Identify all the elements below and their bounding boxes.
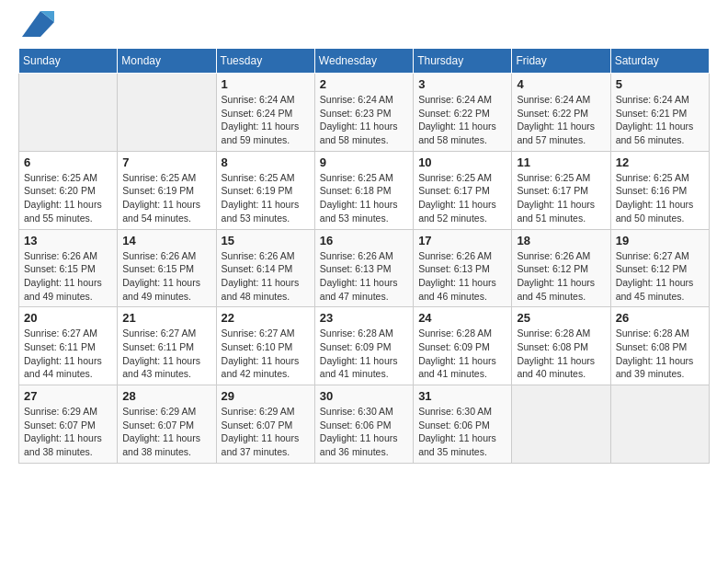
day-number: 15 [222, 234, 310, 247]
day-info: Sunrise: 6:25 AM Sunset: 6:20 PM Dayligh… [24, 171, 112, 225]
calendar-cell: 6Sunrise: 6:25 AM Sunset: 6:20 PM Daylig… [19, 151, 118, 229]
day-number: 31 [418, 389, 506, 403]
day-info: Sunrise: 6:24 AM Sunset: 6:22 PM Dayligh… [418, 93, 506, 147]
calendar-cell: 13Sunrise: 6:26 AM Sunset: 6:15 PM Dayli… [19, 229, 118, 307]
calendar-cell: 5Sunrise: 6:24 AM Sunset: 6:21 PM Daylig… [610, 74, 709, 152]
calendar-cell: 2Sunrise: 6:24 AM Sunset: 6:23 PM Daylig… [314, 74, 413, 152]
calendar-cell: 14Sunrise: 6:26 AM Sunset: 6:15 PM Dayli… [118, 229, 216, 307]
calendar-cell: 8Sunrise: 6:25 AM Sunset: 6:19 PM Daylig… [216, 151, 314, 229]
day-number: 11 [517, 155, 605, 169]
logo-icon [22, 11, 54, 37]
day-info: Sunrise: 6:24 AM Sunset: 6:22 PM Dayligh… [517, 93, 605, 147]
calendar-cell: 17Sunrise: 6:26 AM Sunset: 6:13 PM Dayli… [414, 229, 512, 307]
calendar-cell: 28Sunrise: 6:29 AM Sunset: 6:07 PM Dayli… [118, 385, 216, 464]
calendar-cell: 27Sunrise: 6:29 AM Sunset: 6:07 PM Dayli… [19, 385, 118, 464]
day-info: Sunrise: 6:26 AM Sunset: 6:12 PM Dayligh… [517, 249, 605, 304]
day-info: Sunrise: 6:27 AM Sunset: 6:12 PM Dayligh… [616, 249, 704, 304]
day-info: Sunrise: 6:24 AM Sunset: 6:24 PM Dayligh… [222, 93, 310, 147]
day-info: Sunrise: 6:27 AM Sunset: 6:10 PM Dayligh… [222, 327, 310, 381]
calendar-cell: 3Sunrise: 6:24 AM Sunset: 6:22 PM Daylig… [414, 74, 512, 152]
calendar-cell: 30Sunrise: 6:30 AM Sunset: 6:06 PM Dayli… [314, 385, 413, 464]
day-info: Sunrise: 6:29 AM Sunset: 6:07 PM Dayligh… [24, 405, 112, 459]
day-header-thursday: Thursday [414, 49, 512, 74]
day-number: 2 [320, 77, 408, 91]
day-number: 14 [122, 234, 210, 247]
calendar-cell: 15Sunrise: 6:26 AM Sunset: 6:14 PM Dayli… [216, 229, 314, 307]
calendar-cell: 19Sunrise: 6:27 AM Sunset: 6:12 PM Dayli… [610, 229, 709, 307]
calendar-cell: 10Sunrise: 6:25 AM Sunset: 6:17 PM Dayli… [414, 151, 512, 229]
calendar-cell [19, 74, 118, 152]
day-info: Sunrise: 6:25 AM Sunset: 6:18 PM Dayligh… [320, 171, 408, 225]
day-info: Sunrise: 6:25 AM Sunset: 6:17 PM Dayligh… [517, 171, 605, 225]
day-header-friday: Friday [512, 49, 610, 74]
day-number: 16 [320, 234, 408, 247]
day-info: Sunrise: 6:26 AM Sunset: 6:15 PM Dayligh… [122, 249, 210, 304]
day-info: Sunrise: 6:29 AM Sunset: 6:07 PM Dayligh… [222, 405, 310, 459]
day-number: 25 [517, 311, 605, 325]
day-header-sunday: Sunday [19, 49, 118, 74]
day-number: 4 [517, 77, 605, 91]
calendar-cell [512, 385, 610, 464]
day-number: 12 [616, 155, 704, 169]
logo [18, 18, 54, 39]
calendar-cell: 22Sunrise: 6:27 AM Sunset: 6:10 PM Dayli… [216, 307, 314, 385]
day-number: 9 [320, 155, 408, 169]
day-info: Sunrise: 6:27 AM Sunset: 6:11 PM Dayligh… [24, 327, 112, 381]
day-info: Sunrise: 6:25 AM Sunset: 6:17 PM Dayligh… [418, 171, 506, 225]
calendar-cell: 26Sunrise: 6:28 AM Sunset: 6:08 PM Dayli… [610, 307, 709, 385]
calendar-cell: 24Sunrise: 6:28 AM Sunset: 6:09 PM Dayli… [414, 307, 512, 385]
day-number: 1 [222, 77, 310, 91]
calendar-table: SundayMondayTuesdayWednesdayThursdayFrid… [18, 48, 710, 464]
calendar-cell: 16Sunrise: 6:26 AM Sunset: 6:13 PM Dayli… [314, 229, 413, 307]
day-number: 3 [418, 77, 506, 91]
day-info: Sunrise: 6:25 AM Sunset: 6:19 PM Dayligh… [122, 171, 210, 225]
day-number: 27 [24, 389, 112, 403]
day-header-monday: Monday [118, 49, 216, 74]
day-number: 18 [517, 234, 605, 247]
calendar-cell: 23Sunrise: 6:28 AM Sunset: 6:09 PM Dayli… [314, 307, 413, 385]
calendar-cell [118, 74, 216, 152]
day-number: 26 [616, 311, 704, 325]
day-info: Sunrise: 6:28 AM Sunset: 6:08 PM Dayligh… [517, 327, 605, 381]
day-info: Sunrise: 6:30 AM Sunset: 6:06 PM Dayligh… [320, 405, 408, 459]
day-info: Sunrise: 6:25 AM Sunset: 6:19 PM Dayligh… [222, 171, 310, 225]
day-number: 24 [418, 311, 506, 325]
day-info: Sunrise: 6:26 AM Sunset: 6:13 PM Dayligh… [320, 249, 408, 304]
day-number: 6 [24, 155, 112, 169]
day-number: 8 [222, 155, 310, 169]
day-number: 30 [320, 389, 408, 403]
day-info: Sunrise: 6:25 AM Sunset: 6:16 PM Dayligh… [616, 171, 704, 225]
day-info: Sunrise: 6:24 AM Sunset: 6:23 PM Dayligh… [320, 93, 408, 147]
calendar-cell: 18Sunrise: 6:26 AM Sunset: 6:12 PM Dayli… [512, 229, 610, 307]
calendar-cell: 20Sunrise: 6:27 AM Sunset: 6:11 PM Dayli… [19, 307, 118, 385]
calendar-cell: 4Sunrise: 6:24 AM Sunset: 6:22 PM Daylig… [512, 74, 610, 152]
calendar-cell: 1Sunrise: 6:24 AM Sunset: 6:24 PM Daylig… [216, 74, 314, 152]
day-number: 17 [418, 234, 506, 247]
calendar-cell: 12Sunrise: 6:25 AM Sunset: 6:16 PM Dayli… [610, 151, 709, 229]
calendar-cell: 7Sunrise: 6:25 AM Sunset: 6:19 PM Daylig… [118, 151, 216, 229]
calendar-cell: 25Sunrise: 6:28 AM Sunset: 6:08 PM Dayli… [512, 307, 610, 385]
day-info: Sunrise: 6:28 AM Sunset: 6:09 PM Dayligh… [418, 327, 506, 381]
day-info: Sunrise: 6:30 AM Sunset: 6:06 PM Dayligh… [418, 405, 506, 459]
day-info: Sunrise: 6:27 AM Sunset: 6:11 PM Dayligh… [122, 327, 210, 381]
day-number: 21 [122, 311, 210, 325]
day-number: 28 [122, 389, 210, 403]
day-number: 29 [222, 389, 310, 403]
day-number: 10 [418, 155, 506, 169]
day-header-saturday: Saturday [610, 49, 709, 74]
day-info: Sunrise: 6:26 AM Sunset: 6:14 PM Dayligh… [222, 249, 310, 304]
day-number: 7 [122, 155, 210, 169]
day-header-tuesday: Tuesday [216, 49, 314, 74]
calendar-cell: 9Sunrise: 6:25 AM Sunset: 6:18 PM Daylig… [314, 151, 413, 229]
day-info: Sunrise: 6:26 AM Sunset: 6:15 PM Dayligh… [24, 249, 112, 304]
calendar-cell: 21Sunrise: 6:27 AM Sunset: 6:11 PM Dayli… [118, 307, 216, 385]
calendar-cell: 11Sunrise: 6:25 AM Sunset: 6:17 PM Dayli… [512, 151, 610, 229]
day-number: 22 [222, 311, 310, 325]
page-header [18, 18, 710, 39]
day-info: Sunrise: 6:26 AM Sunset: 6:13 PM Dayligh… [418, 249, 506, 304]
day-number: 5 [616, 77, 704, 91]
calendar-cell [610, 385, 709, 464]
day-number: 19 [616, 234, 704, 247]
day-header-wednesday: Wednesday [314, 49, 413, 74]
day-info: Sunrise: 6:28 AM Sunset: 6:09 PM Dayligh… [320, 327, 408, 381]
